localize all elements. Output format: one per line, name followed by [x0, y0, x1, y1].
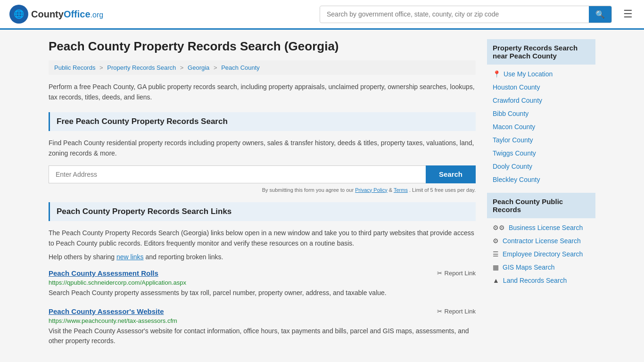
limit-text: . Limit of 5 free uses per day.	[409, 187, 476, 193]
breadcrumb: Public Records > Property Records Search…	[49, 60, 476, 75]
site-logo[interactable]: 🌐 CountyOffice.org	[9, 5, 103, 24]
public-record-icon-1: ⚙	[493, 237, 499, 245]
public-record-icon-4: ▲	[493, 277, 499, 284]
public-record-icon-0: ⚙⚙	[493, 224, 505, 231]
new-links-line: Help others by sharing new links and rep…	[49, 253, 476, 261]
public-records-header: Peach County Public Records	[487, 193, 595, 218]
public-record-link-1[interactable]: ⚙Contractor License Search	[487, 234, 595, 247]
report-link-button-1[interactable]: ✂ Report Link	[437, 308, 476, 315]
new-links-link[interactable]: new links	[116, 253, 144, 261]
nearby-county-link-0[interactable]: Houston County	[487, 81, 595, 94]
nearby-county-link-6[interactable]: Dooly County	[487, 160, 595, 173]
form-disclaimer: By submitting this form you agree to our…	[49, 187, 476, 193]
record-item-title-1[interactable]: Peach County Assessor's Website	[49, 307, 164, 315]
record-item-title-0[interactable]: Peach County Assessment Rolls	[49, 269, 158, 277]
privacy-policy-link[interactable]: Privacy Policy	[355, 187, 387, 193]
report-link-button-0[interactable]: ✂ Report Link	[437, 270, 476, 277]
intro-text: Perform a free Peach County, GA public p…	[49, 82, 476, 103]
public-record-label-2: Employee Directory Search	[503, 250, 583, 258]
breadcrumb-georgia[interactable]: Georgia	[188, 64, 209, 71]
use-my-location-link[interactable]: 📍 Use My Location	[487, 67, 595, 81]
free-search-header: Free Peach County Property Records Searc…	[49, 112, 476, 131]
public-record-icon-3: ▦	[493, 263, 499, 271]
nearby-header: Property Records Search near Peach Count…	[487, 39, 595, 65]
report-link-label-0: Report Link	[445, 270, 476, 277]
record-url-1: https://www.peachcounty.net/tax-assessor…	[49, 317, 476, 324]
report-link-label-1: Report Link	[445, 308, 476, 315]
public-record-label-4: Land Records Search	[503, 277, 567, 284]
nearby-county-link-2[interactable]: Bibb County	[487, 107, 595, 120]
record-item-header: Peach County Assessment Rolls ✂ Report L…	[49, 269, 476, 277]
logo-icon: 🌐	[9, 5, 28, 24]
public-record-label-1: Contractor License Search	[503, 237, 581, 245]
record-item: Peach County Assessment Rolls ✂ Report L…	[49, 269, 476, 298]
breadcrumb-sep-3: >	[214, 64, 217, 71]
scissors-icon-1: ✂	[437, 308, 442, 315]
content-area: Peach County Property Records Search (Ge…	[49, 39, 476, 355]
site-header: 🌐 CountyOffice.org 🔍 ☰	[0, 0, 644, 30]
record-item: Peach County Assessor's Website ✂ Report…	[49, 307, 476, 346]
nearby-county-link-3[interactable]: Macon County	[487, 120, 595, 133]
breadcrumb-sep-1: >	[99, 64, 103, 71]
sidebar: Property Records Search near Peach Count…	[487, 39, 595, 355]
nearby-county-link-5[interactable]: Twiggs County	[487, 147, 595, 160]
record-items-container: Peach County Assessment Rolls ✂ Report L…	[49, 269, 476, 346]
public-record-label-3: GIS Maps Search	[503, 263, 555, 271]
scissors-icon-0: ✂	[437, 270, 442, 277]
hamburger-menu-button[interactable]: ☰	[621, 6, 635, 22]
property-search-button[interactable]: Search	[426, 165, 476, 183]
use-location-label: Use My Location	[504, 70, 553, 78]
public-record-icon-2: ☰	[493, 250, 499, 258]
logo-text: CountyOffice.org	[31, 9, 103, 20]
free-search-desc: Find Peach County residential property r…	[49, 138, 476, 159]
public-record-link-0[interactable]: ⚙⚙Business License Search	[487, 221, 595, 234]
record-desc-1: Visit the Peach County Assessor's websit…	[49, 326, 476, 346]
public-record-link-2[interactable]: ☰Employee Directory Search	[487, 247, 595, 261]
new-links-prefix: Help others by sharing	[49, 253, 115, 261]
record-desc-0: Search Peach County property assessments…	[49, 288, 476, 298]
breadcrumb-sep-2: >	[180, 64, 184, 71]
property-search-form: Search	[49, 165, 476, 183]
global-search-input[interactable]	[320, 7, 589, 22]
breadcrumb-peach-county[interactable]: Peach County	[221, 64, 260, 71]
links-section-header: Peach County Property Records Search Lin…	[49, 202, 476, 221]
public-record-link-3[interactable]: ▦GIS Maps Search	[487, 261, 595, 274]
links-intro-text: The Peach County Property Records Search…	[49, 228, 476, 249]
public-records-links-container: ⚙⚙Business License Search⚙Contractor Lic…	[487, 221, 595, 287]
breadcrumb-property-records-search[interactable]: Property Records Search	[107, 64, 176, 71]
terms-link[interactable]: Terms	[394, 187, 408, 193]
new-links-suffix: and reporting broken links.	[145, 253, 223, 261]
disclaimer-text: By submitting this form you agree to our	[262, 187, 354, 193]
address-input[interactable]	[49, 165, 426, 183]
main-container: Peach County Property Records Search (Ge…	[39, 30, 605, 362]
global-search-button[interactable]: 🔍	[589, 6, 611, 23]
record-item-header: Peach County Assessor's Website ✂ Report…	[49, 307, 476, 315]
global-search-bar: 🔍	[320, 6, 612, 23]
nearby-county-link-4[interactable]: Taylor County	[487, 133, 595, 147]
location-pin-icon: 📍	[493, 70, 501, 78]
nearby-county-link-1[interactable]: Crawford County	[487, 94, 595, 107]
breadcrumb-public-records[interactable]: Public Records	[54, 64, 95, 71]
record-url-0: https://qpublic.schneidercorp.com/Applic…	[49, 279, 476, 286]
nearby-county-link-7[interactable]: Bleckley County	[487, 173, 595, 186]
nearby-counties-container: Houston CountyCrawford CountyBibb County…	[487, 81, 595, 186]
public-record-link-4[interactable]: ▲Land Records Search	[487, 274, 595, 287]
public-record-label-0: Business License Search	[509, 224, 583, 231]
page-title: Peach County Property Records Search (Ge…	[49, 39, 476, 54]
